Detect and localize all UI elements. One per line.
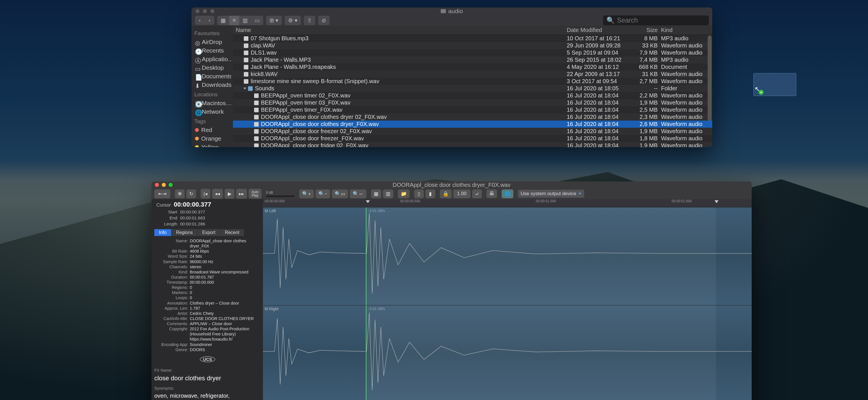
zoom-in-button[interactable]: 🔍+ xyxy=(299,189,314,198)
channel-left[interactable]: M Left -3.01 dBfs xyxy=(263,207,752,305)
file-icon xyxy=(244,79,248,84)
minimize-button[interactable] xyxy=(203,9,207,13)
search-field[interactable]: 🔍 Search xyxy=(603,16,709,25)
meta-key: Loops: xyxy=(154,295,188,300)
globe-button[interactable]: 🌐 xyxy=(502,189,513,198)
file-date: 16 Jul 2020 at 18:04 xyxy=(565,92,625,99)
back-button[interactable]: ‹ xyxy=(195,16,205,25)
maximize-button[interactable] xyxy=(168,183,173,187)
action-button[interactable]: ⚙ ▾ xyxy=(285,16,301,25)
skip-start-button[interactable]: |◂ xyxy=(200,189,210,198)
zoom-out-button[interactable]: 🔍− xyxy=(315,189,330,198)
close-button[interactable] xyxy=(155,183,159,187)
sidebar-item-recents[interactable]: 🕘Recents xyxy=(193,46,231,55)
output-device-select[interactable]: Use system output device xyxy=(518,190,585,198)
zoom-fit-button[interactable]: 🔍↔ xyxy=(350,189,366,198)
table-row[interactable]: limestone mine sine sweep B-format (Snip… xyxy=(233,78,712,85)
selection-end-marker[interactable] xyxy=(715,200,718,203)
col-name[interactable]: Name xyxy=(233,26,565,35)
panel-b-button[interactable]: ▮ xyxy=(426,189,435,198)
table-row[interactable]: kick8.WAV22 Apr 2009 at 13:1731 KBWavefo… xyxy=(233,70,712,78)
waveform-area[interactable]: M Left -3.01 dBfs M Right -3.01 dBfs xyxy=(263,207,752,400)
disclosure-triangle-icon[interactable] xyxy=(244,87,246,89)
gallery-view-button[interactable]: ▭ xyxy=(251,16,263,25)
tab-recent[interactable]: Recent xyxy=(220,229,244,236)
table-row[interactable]: 07 Shotgun Blues.mp310 Oct 2017 at 16:21… xyxy=(233,35,712,42)
channel-right[interactable]: M Right -3.01 dBfs xyxy=(263,305,752,400)
sidebar-tag-orange[interactable]: Orange xyxy=(193,134,231,143)
tags-button[interactable]: ⊘ xyxy=(318,16,330,25)
meta-key: Artist: xyxy=(154,311,188,316)
table-row[interactable]: DOORAppl_close door clothes dryer_F0X.wa… xyxy=(233,121,712,128)
icon-view-button[interactable]: ▦ xyxy=(217,16,229,25)
forward-button[interactable]: › xyxy=(205,16,214,25)
sidebar-item-desktop[interactable]: ▭Desktop xyxy=(193,63,231,72)
play-button[interactable]: ▶ xyxy=(225,189,235,198)
speed-lock-button[interactable]: 🔒 xyxy=(440,189,452,198)
table-row[interactable]: DOORAppl_close door clothes dryer 02_F0X… xyxy=(233,114,712,121)
rewind-button[interactable]: ◂◂ xyxy=(212,189,223,198)
sidebar-item-applications[interactable]: ⒶApplicatio… xyxy=(193,55,231,63)
maximize-button[interactable] xyxy=(210,9,214,13)
panel-a-button[interactable]: ▯ xyxy=(414,189,424,198)
table-row[interactable]: Jack Plane - Walls.MP3.reapeaks4 May 202… xyxy=(233,63,712,70)
table-row[interactable]: BEEPAppl_oven timer 03_F0X.wav16 Jul 202… xyxy=(233,99,712,106)
col-date[interactable]: Date Modified xyxy=(565,26,625,35)
tag-orange-icon xyxy=(195,136,199,141)
network-icon: 🌐 xyxy=(195,110,199,114)
snowflake-button[interactable]: ✻ xyxy=(175,189,185,198)
table-row[interactable]: DOORAppl_close door freezer 02_F0X.wav16… xyxy=(233,128,712,135)
sidebar-toggle-button[interactable]: ⇤⇥ xyxy=(154,189,170,198)
scrollbar-track[interactable] xyxy=(708,35,712,147)
title-text: audio xyxy=(448,8,463,14)
file-kind: Waveform audio xyxy=(659,42,712,49)
table-row[interactable]: BEEPAppl_oven timer_F0X.wav16 Jul 2020 a… xyxy=(233,106,712,114)
time-ruler[interactable]: 00:00:00.000 00:00:00.500 00:00:01.000 0… xyxy=(263,199,752,207)
sidebar-item-network[interactable]: 🌐Network xyxy=(193,107,231,116)
column-view-button[interactable]: ▥ xyxy=(239,16,251,25)
tool-b-button[interactable]: ▥ xyxy=(383,189,393,198)
scrollbar-thumb[interactable] xyxy=(708,35,712,121)
meta-value: stereo xyxy=(190,264,261,270)
tab-regions[interactable]: Regions xyxy=(172,229,198,236)
share-button[interactable]: ⇧ xyxy=(304,16,315,25)
sidebar-tag-red[interactable]: Red xyxy=(193,126,231,134)
tab-info[interactable]: Info xyxy=(154,229,172,236)
speed-field[interactable]: 1.00 xyxy=(453,189,470,198)
reveal-folder-button[interactable]: 📁 xyxy=(398,189,409,198)
sidebar-item-documents[interactable]: 📄Documents xyxy=(193,72,231,81)
minimize-button[interactable] xyxy=(162,183,166,187)
file-icon xyxy=(244,72,248,76)
length-readout: Length00:00:01.286 xyxy=(154,221,261,226)
table-row[interactable]: clap.WAV29 Jun 2009 at 09:2833 KBWavefor… xyxy=(233,42,712,49)
editor-titlebar[interactable]: DOORAppl_close door clothes dryer_F0X.wa… xyxy=(152,181,752,188)
autoplay-button[interactable]: Auto Play xyxy=(249,189,261,198)
col-kind[interactable]: Kind xyxy=(659,26,712,35)
close-button[interactable] xyxy=(195,9,199,13)
table-row[interactable]: DLS1.wav5 Sep 2019 at 09:047,9 MBWavefor… xyxy=(233,49,712,56)
table-row[interactable]: Jack Plane - Walls.MP326 Sep 2015 at 18:… xyxy=(233,56,712,63)
table-row[interactable]: Sounds16 Jul 2020 at 18:05--Folder xyxy=(233,85,712,92)
fast-forward-button[interactable]: ▸▸ xyxy=(236,189,247,198)
sidebar-item-macintosh[interactable]: 💽Macintos… xyxy=(193,99,231,107)
finder-titlebar[interactable]: audio xyxy=(191,7,712,15)
sidebar-section-tags: Tags xyxy=(194,118,230,125)
tab-export[interactable]: Export xyxy=(197,229,220,236)
sidebar-item-downloads[interactable]: ⬇Downloads xyxy=(193,81,231,89)
arrange-button[interactable]: ⊞ ▾ xyxy=(266,16,282,25)
zoom-sel-button[interactable]: 🔍▭ xyxy=(332,189,348,198)
list-view-button[interactable]: ≡ xyxy=(229,16,239,25)
selection-start-marker[interactable] xyxy=(366,200,370,203)
sidebar-tag-yellow[interactable]: Yellow xyxy=(193,143,231,147)
table-row[interactable]: DOORAppl_close door fridge 02_F0X.wav16 … xyxy=(233,142,712,147)
loop-button[interactable]: ↻ xyxy=(186,189,196,198)
tag-red-icon xyxy=(195,128,199,132)
table-row[interactable]: DOORAppl_close door freezer_F0X.wav16 Ju… xyxy=(233,135,712,142)
col-size[interactable]: Size xyxy=(625,26,659,35)
speed-reset-button[interactable]: ⤾ xyxy=(472,189,482,198)
start-readout: Start00:00:00.377 xyxy=(154,209,261,214)
tool-a-button[interactable]: ▦ xyxy=(371,189,381,198)
table-row[interactable]: BEEPAppl_oven timer 02_F0X.wav16 Jul 202… xyxy=(233,92,712,99)
print-button[interactable]: 🖶 xyxy=(487,189,497,198)
sidebar-item-airdrop[interactable]: ◎AirDrop xyxy=(193,38,231,46)
